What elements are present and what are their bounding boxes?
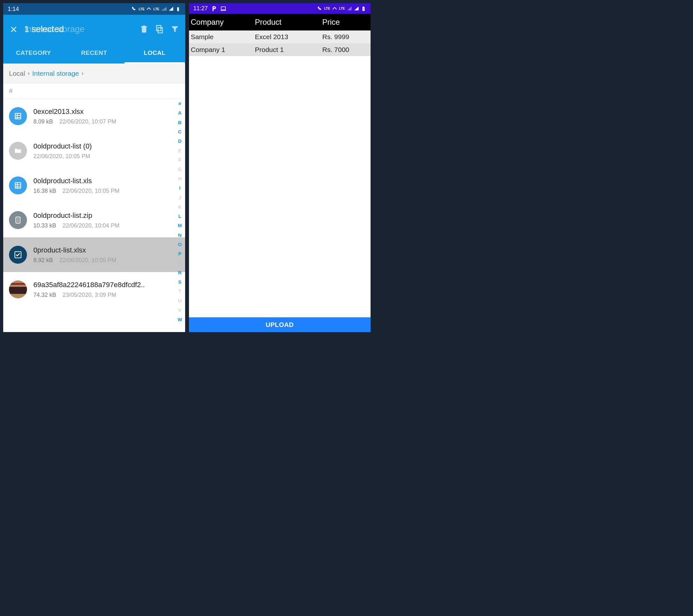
tab-category[interactable]: CATEGORY [3, 44, 64, 63]
az-letter[interactable]: V [177, 305, 183, 315]
table-row[interactable]: SampleExcel 2013Rs. 9999 [189, 31, 371, 43]
az-letter[interactable]: J [177, 193, 183, 202]
close-icon[interactable] [9, 25, 18, 34]
status-bar: 11:27 LTE LTE [189, 3, 371, 14]
product-table-screen: 11:27 LTE LTE Company Product Price Samp… [189, 3, 371, 332]
tab-local[interactable]: LOCAL [124, 44, 185, 63]
az-letter[interactable]: L [177, 212, 183, 221]
az-letter[interactable]: P [177, 249, 183, 258]
az-letter[interactable]: A [177, 108, 183, 117]
delete-icon[interactable] [140, 25, 148, 34]
file-info: 0oldproduct-list.zip10.33 kB22/06/2020, … [33, 212, 179, 229]
file-info: 0product-list.xlsx8.92 kB22/06/2020, 10:… [33, 246, 179, 264]
status-time: 1:14 [8, 6, 19, 13]
file-row[interactable]: 0oldproduct-list (0)22/06/2020, 10:05 PM [3, 134, 185, 168]
svg-point-16 [17, 221, 18, 222]
file-manager-screen: 1:14 LTE LTE Internal storage 1 selected… [3, 3, 185, 332]
copy-icon[interactable] [155, 25, 164, 34]
az-scroll-index[interactable]: #ABCDEFGHIJKLMNOPQRSTUVW [177, 99, 183, 324]
col-product: Product [255, 18, 322, 27]
breadcrumb-current[interactable]: Internal storage [32, 69, 79, 77]
lte-label: LTE [139, 7, 144, 11]
az-letter[interactable]: H [177, 174, 183, 183]
file-row[interactable]: 0excel2013.xlsx8.09 kB22/06/2020, 10:07 … [3, 99, 185, 134]
tab-recent[interactable]: RECENT [64, 44, 124, 63]
cell-product: Product 1 [255, 46, 322, 54]
cell-company: Company 1 [191, 46, 255, 54]
file-name: 0product-list.xlsx [33, 246, 179, 254]
file-name: 69a35af8a22246188a797e8dfcdf2.. [33, 281, 179, 289]
selection-toolbar: Internal storage 1 selected [3, 15, 185, 44]
signal-icon [161, 6, 166, 12]
cell-company: Sample [191, 33, 255, 41]
az-letter[interactable]: T [177, 286, 183, 296]
file-info: 0oldproduct-list (0)22/06/2020, 10:05 PM [33, 142, 179, 160]
phone-icon [317, 6, 322, 11]
file-row[interactable]: 0product-list.xlsx8.92 kB22/06/2020, 10:… [3, 237, 185, 272]
az-letter[interactable]: D [177, 136, 183, 146]
az-letter[interactable]: I [177, 183, 183, 193]
file-info: 69a35af8a22246188a797e8dfcdf2..74.32 kB2… [33, 281, 179, 298]
signal-icon [347, 6, 352, 11]
laptop-icon [220, 5, 226, 12]
signal-icon-2 [354, 6, 359, 11]
file-meta: 22/06/2020, 10:05 PM [33, 153, 179, 160]
file-row[interactable]: 0oldproduct-list.zip10.33 kB22/06/2020, … [3, 203, 185, 237]
svg-rect-2 [177, 7, 179, 11]
az-letter[interactable]: F [177, 155, 183, 164]
battery-icon [361, 6, 366, 11]
toolbar-title: Internal storage 1 selected [24, 24, 133, 34]
file-meta: 8.92 kB22/06/2020, 10:05 PM [33, 257, 179, 264]
filter-icon[interactable] [170, 25, 179, 34]
file-name: 0oldproduct-list.zip [33, 212, 179, 220]
file-name: 0oldproduct-list.xls [33, 177, 179, 185]
az-letter[interactable]: E [177, 146, 183, 155]
image-icon [9, 280, 27, 298]
upload-button[interactable]: UPLOAD [189, 317, 371, 332]
check-icon [9, 246, 27, 264]
file-meta: 8.09 kB22/06/2020, 10:07 PM [33, 118, 179, 125]
cell-product: Excel 2013 [255, 33, 322, 41]
az-letter[interactable]: M [177, 221, 183, 230]
table-row[interactable]: Company 1Product 1Rs. 7000 [189, 43, 371, 56]
wifi-icon [146, 6, 152, 12]
az-letter[interactable]: Q [177, 258, 183, 267]
file-meta: 74.32 kB23/05/2020, 3:09 PM [33, 292, 179, 298]
col-company: Company [191, 18, 255, 27]
status-bar: 1:14 LTE LTE [3, 3, 185, 15]
az-letter[interactable]: B [177, 118, 183, 127]
file-meta: 16.38 kB22/06/2020, 10:05 PM [33, 188, 179, 194]
file-name: 0oldproduct-list (0) [33, 142, 179, 151]
file-meta: 10.33 kB22/06/2020, 10:04 PM [33, 222, 179, 229]
az-letter[interactable]: N [177, 230, 183, 240]
az-letter[interactable]: W [177, 315, 183, 324]
svg-rect-18 [221, 7, 225, 9]
az-letter[interactable]: S [177, 277, 183, 286]
az-letter[interactable]: # [177, 99, 183, 108]
section-header: # [3, 83, 185, 99]
az-letter[interactable]: G [177, 164, 183, 174]
phone-icon [132, 6, 137, 12]
lte-label-2: LTE [153, 7, 159, 11]
tab-bar: CATEGORY RECENT LOCAL [3, 44, 185, 63]
table-body: SampleExcel 2013Rs. 9999Company 1Product… [189, 31, 371, 56]
sheet-icon [9, 176, 27, 194]
az-letter[interactable]: R [177, 268, 183, 277]
chevron-right-icon: › [81, 70, 83, 77]
p-icon [211, 6, 217, 12]
sheet-icon [9, 107, 27, 125]
az-letter[interactable]: O [177, 240, 183, 249]
az-letter[interactable]: U [177, 296, 183, 305]
az-letter[interactable]: K [177, 202, 183, 212]
breadcrumb-root[interactable]: Local [9, 69, 25, 77]
svg-point-15 [17, 219, 18, 220]
zip-icon [9, 211, 27, 229]
file-row[interactable]: 69a35af8a22246188a797e8dfcdf2..74.32 kB2… [3, 272, 185, 307]
svg-rect-5 [15, 113, 21, 119]
table-header: Company Product Price [189, 14, 371, 31]
az-letter[interactable]: C [177, 127, 183, 136]
file-name: 0excel2013.xlsx [33, 107, 179, 116]
file-info: 0oldproduct-list.xls16.38 kB22/06/2020, … [33, 177, 179, 194]
signal-icon-2 [169, 6, 174, 12]
file-row[interactable]: 0oldproduct-list.xls16.38 kB22/06/2020, … [3, 168, 185, 203]
